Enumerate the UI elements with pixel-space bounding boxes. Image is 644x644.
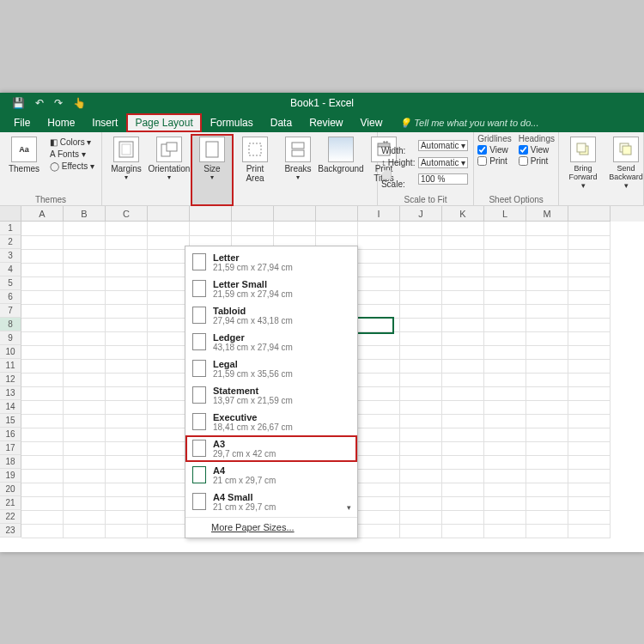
cell[interactable] xyxy=(442,345,484,360)
cell[interactable] xyxy=(21,510,64,525)
cell[interactable] xyxy=(106,400,148,415)
touch-mode-icon[interactable]: 👆 xyxy=(73,97,86,109)
cell[interactable] xyxy=(106,373,148,387)
cell[interactable] xyxy=(484,510,526,525)
cell[interactable] xyxy=(106,235,148,250)
cell[interactable] xyxy=(400,386,442,401)
row-header[interactable]: 12 xyxy=(0,373,21,386)
cell[interactable] xyxy=(526,235,568,250)
cell[interactable] xyxy=(568,276,611,291)
cell[interactable] xyxy=(358,441,400,456)
cell[interactable] xyxy=(106,263,148,277)
effects-button[interactable]: ◯ Effects ▾ xyxy=(48,161,96,172)
cell[interactable] xyxy=(358,510,400,525)
cell[interactable] xyxy=(358,428,400,442)
cell[interactable] xyxy=(484,441,526,456)
row-header[interactable]: 8 xyxy=(0,318,21,331)
cell[interactable] xyxy=(568,510,611,525)
margins-button[interactable]: Margins▾ xyxy=(106,135,147,205)
cell[interactable] xyxy=(526,483,568,497)
cell[interactable] xyxy=(358,483,400,497)
cell[interactable] xyxy=(148,510,190,525)
cell[interactable] xyxy=(568,496,611,511)
cell[interactable] xyxy=(400,441,442,456)
cell[interactable] xyxy=(106,510,148,525)
row-header[interactable]: 20 xyxy=(0,483,21,496)
cell[interactable] xyxy=(358,222,400,236)
cell[interactable] xyxy=(526,263,568,277)
select-all-triangle[interactable] xyxy=(0,206,21,222)
cell[interactable] xyxy=(442,249,484,264)
tab-file[interactable]: File xyxy=(5,113,39,132)
cell[interactable] xyxy=(526,345,568,360)
cell[interactable] xyxy=(148,318,190,332)
column-header[interactable] xyxy=(274,206,316,222)
bring-forward-button[interactable]: Bring Forward ▾ xyxy=(562,135,604,205)
cell[interactable] xyxy=(21,373,64,387)
cell[interactable] xyxy=(400,400,442,415)
cell[interactable] xyxy=(442,318,484,332)
spreadsheet-grid[interactable]: ABCIJKLM 1234567891011121314151617181920… xyxy=(0,206,644,538)
cell[interactable] xyxy=(64,373,106,387)
cell[interactable] xyxy=(400,510,442,525)
headings-print-checkbox[interactable]: Print xyxy=(519,156,555,166)
cell[interactable] xyxy=(64,249,106,264)
cell[interactable] xyxy=(400,524,442,538)
gridlines-view-checkbox[interactable]: View xyxy=(477,145,511,155)
column-header[interactable]: J xyxy=(400,206,442,222)
cell[interactable] xyxy=(64,469,106,483)
cell[interactable] xyxy=(148,496,190,511)
column-header[interactable]: C xyxy=(106,206,148,222)
cell[interactable] xyxy=(526,290,568,305)
column-header[interactable] xyxy=(190,206,232,222)
cell[interactable] xyxy=(568,428,611,442)
cell[interactable] xyxy=(106,345,148,360)
cell[interactable] xyxy=(64,428,106,442)
cell[interactable] xyxy=(274,222,316,236)
cell[interactable] xyxy=(442,414,484,428)
cell[interactable] xyxy=(568,483,611,497)
cell[interactable] xyxy=(21,276,64,291)
row-header[interactable]: 13 xyxy=(0,386,21,400)
column-header[interactable]: M xyxy=(526,206,568,222)
tab-insert[interactable]: Insert xyxy=(83,113,126,132)
cell[interactable] xyxy=(358,249,400,264)
cell[interactable] xyxy=(21,469,64,483)
cell[interactable] xyxy=(526,469,568,483)
cell[interactable] xyxy=(358,524,400,538)
cell[interactable] xyxy=(526,249,568,264)
cell[interactable] xyxy=(484,524,526,538)
cell[interactable] xyxy=(148,373,190,387)
cell[interactable] xyxy=(442,441,484,456)
cell[interactable] xyxy=(106,290,148,305)
cell[interactable] xyxy=(358,318,400,332)
cell[interactable] xyxy=(21,483,64,497)
cell[interactable] xyxy=(400,414,442,428)
cell[interactable] xyxy=(526,331,568,346)
cell[interactable] xyxy=(148,276,190,291)
cell[interactable] xyxy=(484,304,526,319)
cell[interactable] xyxy=(21,304,64,319)
cell[interactable] xyxy=(484,483,526,497)
cell[interactable] xyxy=(442,373,484,387)
cell[interactable] xyxy=(568,469,611,483)
row-header[interactable]: 21 xyxy=(0,496,21,510)
size-option-a3[interactable]: A329,7 cm x 42 cm xyxy=(185,435,357,462)
cell[interactable] xyxy=(526,304,568,319)
cell[interactable] xyxy=(442,276,484,291)
row-header[interactable]: 22 xyxy=(0,510,21,524)
cell[interactable] xyxy=(21,359,64,374)
cell[interactable] xyxy=(106,222,148,236)
row-header[interactable]: 2 xyxy=(0,235,21,249)
cell[interactable] xyxy=(442,469,484,483)
cell[interactable] xyxy=(568,359,611,374)
tab-page-layout[interactable]: Page Layout xyxy=(126,113,201,132)
cell[interactable] xyxy=(442,386,484,401)
size-option-letter-small[interactable]: Letter Small21,59 cm x 27,94 cm xyxy=(185,276,357,302)
cell[interactable] xyxy=(568,455,611,470)
cell[interactable] xyxy=(358,304,400,319)
cell[interactable] xyxy=(484,263,526,277)
cell[interactable] xyxy=(106,249,148,264)
cell[interactable] xyxy=(400,290,442,305)
cell[interactable] xyxy=(106,331,148,346)
